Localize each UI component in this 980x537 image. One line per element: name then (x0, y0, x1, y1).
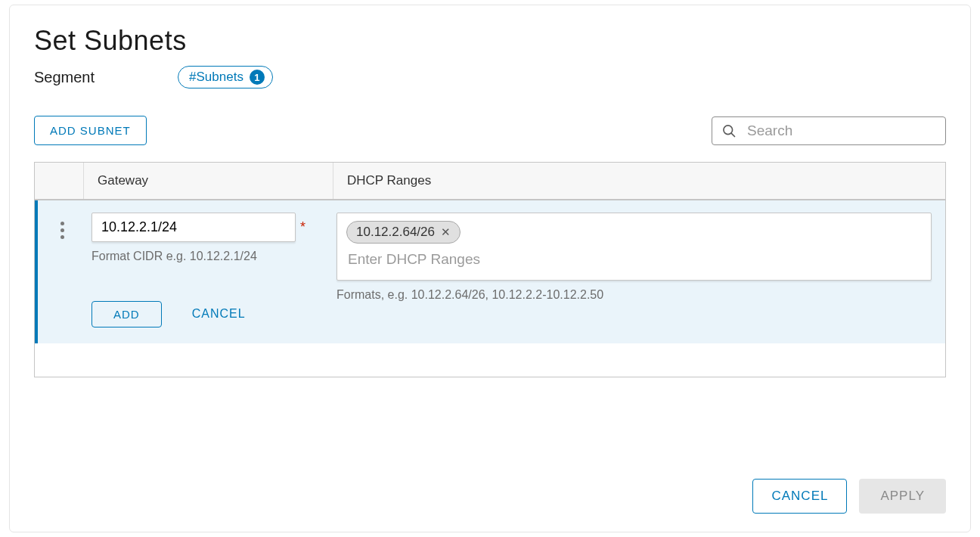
segment-label: Segment (34, 69, 95, 86)
remove-tag-icon[interactable]: ✕ (441, 225, 451, 239)
required-asterisk: * (300, 219, 305, 235)
subnets-pill-label: #Subnets (189, 70, 243, 85)
dhcp-hint: Formats, e.g. 10.12.2.64/26, 10.12.2.2-1… (336, 288, 932, 302)
subnet-row: * Format CIDR e.g. 10.12.2.1/24 ADD CANC… (35, 200, 945, 343)
subnets-grid: Gateway DHCP Ranges * Format CIDR e.g. 1… (34, 162, 946, 377)
header-dhcp: DHCP Ranges (333, 163, 945, 199)
row-actions-menu-icon[interactable] (60, 222, 64, 239)
dhcp-range-tag: 10.12.2.64/26 ✕ (346, 221, 461, 244)
dhcp-range-tag-label: 10.12.2.64/26 (356, 225, 435, 240)
row-action-buttons: ADD CANCEL (91, 300, 323, 328)
apply-button: APPLY (859, 479, 946, 514)
gateway-hint: Format CIDR e.g. 10.12.2.1/24 (91, 250, 323, 263)
header-gateway: Gateway (84, 163, 333, 199)
grid-header: Gateway DHCP Ranges (35, 163, 945, 200)
dhcp-ranges-box[interactable]: 10.12.2.64/26 ✕ (336, 213, 932, 281)
header-menu-col (35, 163, 84, 199)
subnets-count-pill[interactable]: #Subnets 1 (178, 66, 273, 88)
svg-line-1 (731, 133, 734, 136)
search-icon (721, 123, 737, 138)
dialog-footer: CANCEL APPLY (752, 479, 946, 514)
row-cancel-button[interactable]: CANCEL (177, 300, 261, 328)
search-input[interactable] (746, 122, 936, 140)
subnets-pill-count: 1 (250, 70, 265, 85)
cancel-button[interactable]: CANCEL (752, 479, 847, 514)
dhcp-ranges-input[interactable] (346, 250, 922, 269)
gateway-input[interactable] (91, 213, 296, 242)
search-field[interactable] (712, 116, 946, 145)
row-add-button[interactable]: ADD (91, 301, 162, 327)
add-subnet-button[interactable]: ADD SUBNET (34, 116, 147, 145)
grid-empty-space (35, 343, 945, 377)
set-subnets-dialog: Set Subnets Segment #Subnets 1 ADD SUBNE… (9, 5, 971, 532)
toolbar: ADD SUBNET (34, 116, 946, 145)
page-title: Set Subnets (34, 25, 946, 57)
segment-row: Segment #Subnets 1 (34, 66, 946, 88)
